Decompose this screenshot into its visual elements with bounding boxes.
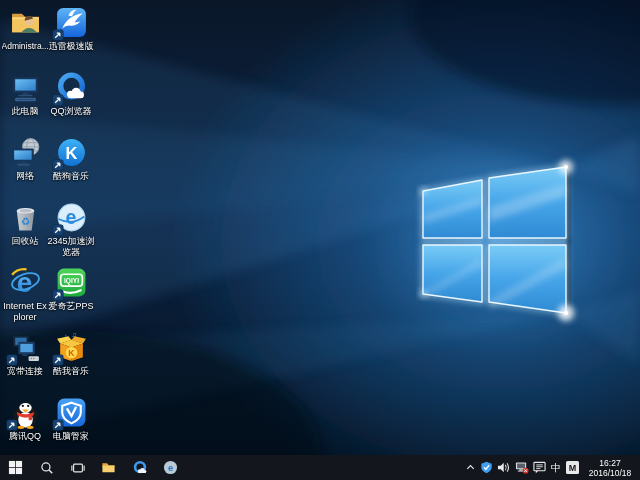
shortcut-arrow-icon [53, 290, 63, 300]
desktop-icon-label: 电脑管家 [47, 431, 95, 442]
system-tray: 中 M 16:27 2016/10/18 [465, 455, 640, 480]
svg-text:iQIYI: iQIYI [63, 277, 78, 285]
task-view-button[interactable] [62, 455, 93, 480]
windows-start-icon [8, 460, 23, 475]
clock-date: 2016/10/18 [585, 468, 635, 478]
desktop-icon-kugou-music[interactable]: K 酷狗音乐 [48, 136, 94, 182]
ime-mode-badge: M [566, 461, 579, 474]
network-disconnected-icon [515, 461, 529, 474]
thunder-bird-icon [55, 6, 88, 39]
taskbar-clock[interactable]: 16:27 2016/10/18 [583, 458, 637, 478]
2345-e-icon: e [55, 201, 88, 234]
desktop-icon-label: 酷我音乐 [47, 366, 95, 377]
file-explorer-button[interactable] [93, 455, 124, 480]
desktop-icon-2345-browser[interactable]: e 2345加速浏览器 [48, 201, 94, 257]
clock-time: 16:27 [585, 458, 635, 468]
iqiyi-logo-icon: iQIYI [55, 266, 88, 299]
desktop-icon-label: 回收站 [1, 236, 49, 247]
qq-browser-ring-cloud-icon [55, 71, 88, 104]
shortcut-arrow-icon [7, 420, 17, 430]
desktop-icon-label: 爱奇艺PPS [47, 301, 95, 312]
desktop-icon-qq-browser[interactable]: QQ浏览器 [48, 71, 94, 117]
file-explorer-folder-icon [101, 460, 116, 475]
desktop-icon-label: QQ浏览器 [47, 106, 95, 117]
desktop-icon-label: Administra... [2, 41, 49, 52]
action-center-icon [533, 461, 546, 474]
desktop-icon-label: 宽带连接 [1, 366, 49, 377]
2345-browser-taskbar-button[interactable]: e [155, 455, 186, 480]
2345-browser-icon: e [163, 460, 178, 475]
svg-text:K: K [68, 348, 75, 358]
svg-text:K: K [65, 144, 77, 162]
svg-text:e: e [16, 267, 31, 298]
qq-browser-taskbar-button[interactable] [124, 455, 155, 480]
shortcut-arrow-icon [53, 160, 63, 170]
svg-text:♻: ♻ [20, 216, 29, 227]
svg-text:e: e [168, 463, 173, 473]
desktop-icon-internet-explorer[interactable]: e Internet Explorer [2, 266, 48, 322]
svg-text:e: e [65, 206, 76, 228]
recycle-bin-icon: ♻ [9, 201, 42, 234]
kugou-k-circle-icon: K [55, 136, 88, 169]
volume-button[interactable] [497, 455, 511, 480]
desktop-icon-administrator[interactable]: Administra... [2, 6, 48, 52]
desktop-icon-kuwo-music[interactable]: ♪ ♫ K 酷我音乐 [48, 331, 94, 377]
taskbar: e [0, 455, 640, 480]
ime-language-indicator[interactable]: 中 [550, 455, 562, 480]
search-button[interactable] [31, 455, 62, 480]
shortcut-arrow-icon [53, 420, 63, 430]
broadband-computers-icon [9, 331, 42, 364]
desktop-icon-network[interactable]: 网络 [2, 136, 48, 182]
search-icon [40, 461, 54, 475]
computer-monitor-icon [9, 71, 42, 104]
shortcut-arrow-icon [53, 95, 63, 105]
shortcut-arrow-icon [53, 355, 63, 365]
task-view-icon [71, 461, 85, 475]
desktop-icon-iqiyi-pps[interactable]: iQIYI 爱奇艺PPS [48, 266, 94, 312]
qq-penguin-icon [9, 396, 42, 429]
ime-mode-button[interactable]: M [566, 455, 579, 480]
network-status-button[interactable] [515, 455, 529, 480]
kuwo-box-icon: ♪ ♫ K [55, 331, 88, 364]
desktop-screen: Administra... 迅雷极速版 [0, 0, 640, 480]
desktop-icon-label: 腾讯QQ [1, 431, 49, 442]
desktop-icon-recycle-bin[interactable]: ♻ 回收站 [2, 201, 48, 247]
chevron-up-icon [465, 462, 476, 473]
qq-browser-icon [132, 460, 148, 476]
shortcut-arrow-icon [7, 355, 17, 365]
network-globe-monitor-icon [9, 136, 42, 169]
desktop-icon-broadband-connection[interactable]: 宽带连接 [2, 331, 48, 377]
security-shield-icon [480, 461, 493, 474]
shortcut-arrow-icon [53, 30, 63, 40]
desktop-icon-label: 网络 [1, 171, 49, 182]
desktop-icon-label: 此电脑 [1, 106, 49, 117]
desktop-icon-label: 迅雷极速版 [47, 41, 95, 52]
desktop-icon-label: 2345加速浏览器 [47, 236, 95, 257]
pc-manager-shield-icon [55, 396, 88, 429]
desktop-icon-tencent-qq[interactable]: 腾讯QQ [2, 396, 48, 442]
user-folder-icon [9, 6, 42, 39]
shortcut-arrow-icon [53, 225, 63, 235]
ie-e-icon: e [9, 266, 42, 299]
start-button[interactable] [0, 455, 31, 480]
desktop-icon-thunder-speed[interactable]: 迅雷极速版 [48, 6, 94, 52]
desktop-icon-pc-manager[interactable]: 电脑管家 [48, 396, 94, 442]
action-center-button[interactable] [533, 455, 546, 480]
desktop-icon-label: 酷狗音乐 [47, 171, 95, 182]
speaker-icon [497, 461, 511, 474]
windows10-hero-wallpaper [0, 0, 640, 455]
desktop-icon-label: Internet Explorer [1, 301, 49, 322]
desktop-icon-this-pc[interactable]: 此电脑 [2, 71, 48, 117]
pc-manager-tray-button[interactable] [480, 455, 493, 480]
tray-expand-chevron[interactable] [465, 455, 476, 480]
